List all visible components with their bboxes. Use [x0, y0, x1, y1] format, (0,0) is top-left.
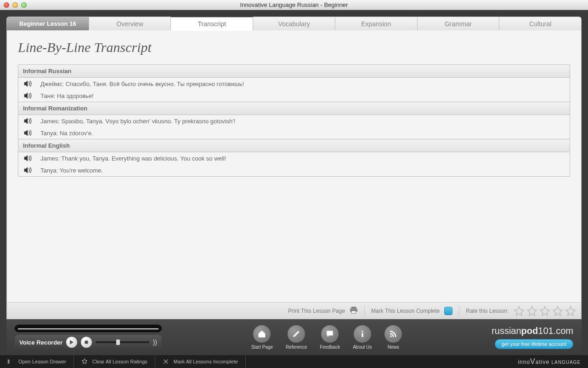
print-lesson-link[interactable]: Print This Lesson Page [288, 308, 345, 314]
open-lesson-drawer[interactable]: Open Lesson Drawer [0, 355, 74, 368]
svg-rect-2 [352, 311, 356, 313]
speaker-icon[interactable] [23, 166, 33, 174]
audio-player: Voice Recorder )) [15, 325, 162, 350]
content: Line-By-Line Transcript Informal Russian… [6, 30, 582, 319]
transcript-text: Tanya: Na zdorov'e. [40, 130, 93, 137]
sb-label: Open Lesson Drawer [18, 359, 66, 364]
transcript-text: Tanya: You're welcome. [40, 167, 103, 174]
nav-about-us[interactable]: About Us [353, 325, 372, 350]
frame: Beginner Lesson 16 Overview Transcript V… [0, 10, 588, 355]
divider [364, 305, 365, 316]
statusbar: Open Lesson Drawer Clear All Lesson Rati… [0, 355, 588, 368]
page-title: Line-By-Line Transcript [18, 40, 570, 55]
mark-complete-link[interactable]: Mark This Lesson Complete [371, 308, 440, 314]
svg-point-3 [85, 340, 88, 344]
print-icon[interactable] [350, 306, 358, 315]
tabs: Beginner Lesson 16 Overview Transcript V… [6, 17, 582, 30]
nav-label: Start Page [251, 345, 273, 350]
tab-expansion[interactable]: Expansion [335, 17, 418, 30]
mark-complete-checkbox[interactable] [444, 307, 452, 315]
nav-label: Reference [286, 345, 307, 350]
cta-button[interactable]: get your free lifetime account [495, 339, 573, 349]
tab-overview[interactable]: Overview [89, 17, 171, 30]
speaker-icon[interactable] [23, 129, 33, 137]
svg-point-4 [362, 331, 363, 332]
info-icon [354, 325, 371, 343]
tab-transcript[interactable]: Transcript [171, 17, 253, 31]
home-icon [253, 325, 271, 343]
x-icon [163, 358, 169, 365]
star-icon[interactable] [552, 305, 564, 316]
tab-vocabulary[interactable]: Vocabulary [253, 17, 335, 30]
transcript-line: Tanya: You're welcome. [18, 164, 570, 176]
transcript-text: Джеймс: Спасибо, Таня. Всё было очень вк… [40, 80, 244, 87]
volume-slider[interactable] [96, 341, 149, 343]
content-inner: Line-By-Line Transcript Informal Russian… [7, 30, 581, 302]
speaker-icon[interactable] [23, 80, 33, 88]
transcript-box: Informal Russian Джеймс: Спасибо, Таня. … [18, 64, 570, 177]
nav-label: News [388, 345, 399, 350]
nav-reference[interactable]: Reference [286, 325, 307, 350]
nav-start-page[interactable]: Start Page [251, 325, 273, 350]
star-icon[interactable] [539, 305, 551, 316]
clear-ratings[interactable]: Clear All Lesson Ratings [74, 355, 155, 368]
rss-icon [384, 325, 402, 343]
transcript-line: Tanya: Na zdorov'e. [18, 127, 570, 139]
star-outline-icon [81, 358, 88, 365]
sb-label: Clear All Lesson Ratings [92, 359, 147, 364]
svg-rect-5 [362, 333, 363, 337]
star-icon[interactable] [526, 305, 538, 316]
transcript-line: James: Thank you, Tanya. Everything was … [18, 152, 570, 164]
brand-footer: innoVative LANGUAGE [510, 357, 588, 366]
divider [459, 305, 459, 316]
footer: Voice Recorder )) Start Page Reference [6, 319, 582, 355]
nav-label: About Us [353, 345, 372, 350]
speaker-icon[interactable] [23, 117, 33, 125]
chat-icon [321, 325, 339, 343]
mark-incomplete[interactable]: Mark All Lessons Incomplete [155, 355, 246, 368]
nav-feedback[interactable]: Feedback [320, 325, 340, 350]
sb-label: Mark All Lessons Incomplete [174, 359, 238, 364]
section-header: Informal Russian [18, 65, 570, 78]
window-title: Innovative Language Russian - Beginner [0, 1, 588, 8]
section-header: Informal English [18, 139, 570, 152]
volume-icon: )) [153, 339, 157, 346]
recorder-label: Voice Recorder [19, 339, 62, 346]
star-icon[interactable] [565, 305, 577, 316]
play-button[interactable] [66, 337, 77, 348]
speaker-icon[interactable] [23, 92, 33, 100]
transcript-line: Таня: На здоровье! [18, 90, 570, 102]
svg-rect-0 [351, 307, 356, 309]
rate-lesson-label: Rate this Lesson: [466, 308, 509, 314]
section-header: Informal Romanization [18, 102, 570, 115]
transcript-text: James: Spasibo, Tanya. Vsyo bylo ochen' … [40, 118, 235, 125]
pen-icon [288, 325, 305, 343]
speaker-icon[interactable] [23, 154, 33, 162]
transcript-text: James: Thank you, Tanya. Everything was … [40, 155, 226, 162]
footer-nav: Start Page Reference Feedback About Us N… [251, 325, 402, 350]
content-bottom-bar: Print This Lesson Page Mark This Lesson … [7, 302, 581, 319]
rate-stars [513, 305, 577, 316]
brand-site[interactable]: russianpod101.com [492, 326, 573, 336]
titlebar: Innovative Language Russian - Beginner [0, 0, 588, 10]
transcript-line: Джеймс: Спасибо, Таня. Всё было очень вк… [18, 78, 570, 90]
transcript-text: Таня: На здоровье! [40, 92, 94, 99]
record-button[interactable] [81, 337, 92, 348]
nav-label: Feedback [320, 345, 340, 350]
svg-point-6 [390, 335, 392, 337]
transcript-line: James: Spasibo, Tanya. Vsyo bylo ochen' … [18, 115, 570, 127]
tab-cultural[interactable]: Cultural [499, 17, 582, 30]
tab-grammar[interactable]: Grammar [418, 17, 500, 30]
brand-block: russianpod101.com get your free lifetime… [492, 326, 573, 349]
drawer-icon [7, 358, 14, 365]
nav-news[interactable]: News [384, 325, 402, 350]
star-icon[interactable] [513, 305, 525, 316]
voice-recorder: Voice Recorder )) [15, 335, 162, 350]
audio-progress-track[interactable] [15, 325, 162, 332]
tab-lesson-indicator[interactable]: Beginner Lesson 16 [6, 17, 89, 30]
